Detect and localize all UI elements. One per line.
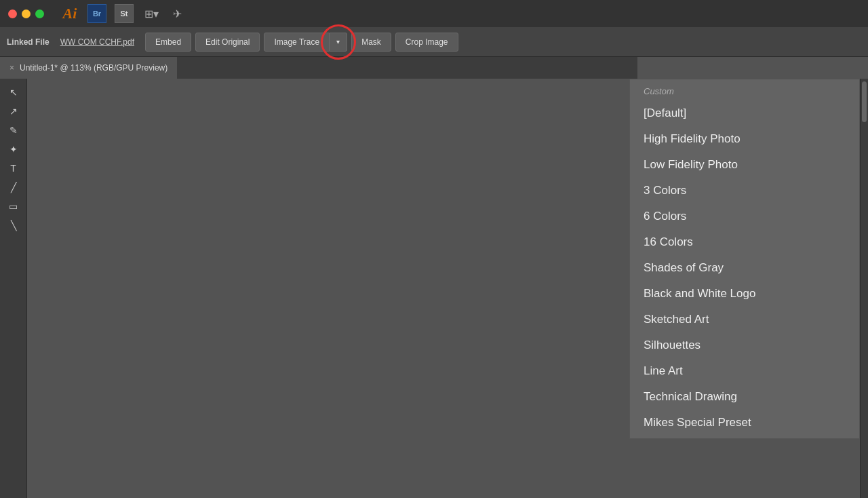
image-trace-dropdown-button[interactable]: ▾	[330, 33, 347, 52]
mask-button[interactable]: Mask	[351, 33, 391, 52]
dropdown-item-silhouettes[interactable]: Silhouettes	[630, 332, 859, 358]
properties-bar: Linked File WW COM CCHF.pdf Embed Edit O…	[0, 27, 868, 57]
dropdown-item-mikes-special-preset[interactable]: Mikes Special Preset	[630, 410, 859, 436]
send-icon[interactable]: ✈	[169, 5, 185, 22]
dropdown-item-default[interactable]: [Default]	[630, 100, 859, 126]
dropdown-item-black-and-white-logo[interactable]: Black and White Logo	[630, 281, 859, 307]
dropdown-item-3-colors[interactable]: 3 Colors	[630, 178, 859, 204]
stock-icon[interactable]: St	[115, 4, 134, 23]
document-tab[interactable]: × Untitled-1* @ 113% (RGB/GPU Preview)	[0, 57, 177, 79]
minimize-button[interactable]	[22, 9, 31, 18]
tab-title: Untitled-1* @ 113% (RGB/GPU Preview)	[20, 63, 167, 73]
edit-original-button[interactable]: Edit Original	[195, 33, 260, 52]
dropdown-item-sketched-art[interactable]: Sketched Art	[630, 307, 859, 332]
select-tool[interactable]: ↖	[4, 84, 23, 100]
rect-tool[interactable]: ▭	[4, 198, 23, 214]
direct-select-tool[interactable]: ↗	[4, 103, 23, 119]
tab-bar: × Untitled-1* @ 113% (RGB/GPU Preview)	[0, 57, 637, 79]
eraser-tool[interactable]: ╲	[4, 217, 23, 233]
pen-tool[interactable]: ✎	[4, 122, 23, 138]
linked-file-label: Linked File	[7, 37, 50, 47]
dropdown-item-line-art[interactable]: Line Art	[630, 358, 859, 384]
image-trace-button[interactable]: Image Trace	[264, 33, 330, 52]
dropdown-item-high-fidelity-photo[interactable]: High Fidelity Photo	[630, 126, 859, 152]
toolbar: ↖ ↗ ✎ ✦ T ╱ ▭ ╲	[0, 79, 27, 498]
dropdown-item-16-colors[interactable]: 16 Colors	[630, 229, 859, 255]
dropdown-item-low-fidelity-photo[interactable]: Low Fidelity Photo	[630, 152, 859, 178]
embed-button[interactable]: Embed	[145, 33, 191, 52]
dropdown-item-6-colors[interactable]: 6 Colors	[630, 204, 859, 229]
maximize-button[interactable]	[35, 9, 44, 18]
dropdown-item-technical-drawing[interactable]: Technical Drawing	[630, 384, 859, 410]
tab-close-icon[interactable]: ×	[9, 63, 14, 73]
illustrator-icon: Ai	[60, 4, 79, 23]
traffic-lights	[8, 9, 44, 18]
close-button[interactable]	[8, 9, 17, 18]
workspace-icon[interactable]: ⊞▾	[142, 6, 161, 21]
line-tool[interactable]: ╱	[4, 179, 23, 195]
type-tool[interactable]: T	[4, 160, 23, 176]
title-bar: Ai Br St ⊞▾ ✈	[0, 0, 868, 27]
shape-tool[interactable]: ✦	[4, 141, 23, 157]
dropdown-header: Custom	[630, 82, 859, 100]
dropdown-item-shades-of-gray[interactable]: Shades of Gray	[630, 255, 859, 281]
bridge-icon[interactable]: Br	[87, 4, 106, 23]
image-trace-dropdown-menu: Custom [Default] High Fidelity Photo Low…	[629, 79, 860, 439]
scrollbar[interactable]	[860, 79, 868, 498]
title-bar-icons: Ai Br St ⊞▾ ✈	[60, 4, 185, 23]
canvas-area: Custom [Default] High Fidelity Photo Low…	[27, 79, 860, 498]
file-name[interactable]: WW COM CCHF.pdf	[60, 37, 134, 47]
main-area: ↖ ↗ ✎ ✦ T ╱ ▭ ╲ Custom [Default] High Fi…	[0, 79, 868, 498]
scrollbar-thumb[interactable]	[862, 81, 867, 122]
image-trace-group: Image Trace ▾	[264, 33, 347, 52]
crop-image-button[interactable]: Crop Image	[395, 33, 458, 52]
